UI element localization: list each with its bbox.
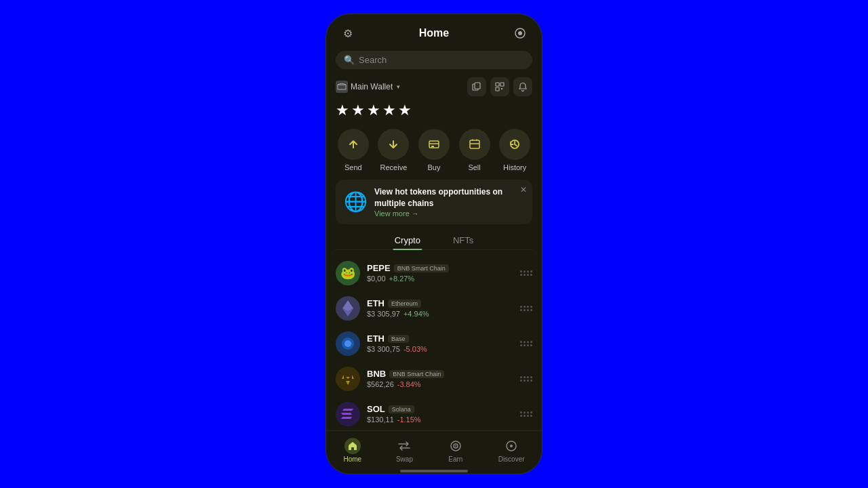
search-icon: 🔍 [344,55,355,65]
eth-ethereum-change: +4.94% [403,310,429,318]
sell-button[interactable]: Sell [459,129,490,171]
nav-earn[interactable]: Earn [439,436,472,464]
buy-icon-circle [418,129,450,160]
sol-menu[interactable] [520,411,532,417]
pepe-chain: BNB Smart Chain [394,264,449,272]
sell-icon-circle [459,129,490,160]
pepe-avatar: 🐸 [336,261,360,285]
eth-base-info: ETH Base $3 300,75 -5.03% [367,333,513,353]
copy-address-button[interactable] [467,77,486,96]
wallet-selector[interactable]: Main Wallet ▾ [336,81,400,93]
token-item-pepe[interactable]: 🐸 PEPE BNB Smart Chain $0,00 +8.27% [333,256,535,291]
history-button[interactable]: History [499,129,530,171]
svg-rect-9 [431,146,434,147]
eth-ethereum-menu[interactable] [520,306,532,311]
pepe-price: $0,00 [367,274,386,283]
page-title: Home [419,27,449,39]
tab-nfts[interactable]: NFTs [437,231,490,249]
discover-icon [503,438,519,454]
eth-ethereum-avatar [336,296,360,321]
receive-button[interactable]: Receive [378,129,409,171]
eth-ethereum-symbol: ETH [367,298,384,308]
nav-discover-label: Discover [498,455,525,463]
send-button[interactable]: Send [338,129,369,171]
home-icon [344,438,361,454]
settings-button[interactable]: ⚙ [338,24,357,43]
search-input[interactable] [359,55,524,65]
svg-rect-4 [496,83,499,86]
pepe-menu[interactable] [520,270,532,276]
svg-rect-10 [470,140,479,148]
token-list: 🐸 PEPE BNB Smart Chain $0,00 +8.27% [326,256,542,430]
eth-base-menu[interactable] [520,341,532,346]
token-item-bnb[interactable]: BNB BNB Smart Chain $562,26 -3.84% [333,361,535,396]
eth-base-chain: Base [388,335,409,343]
buy-button[interactable]: Buy [418,129,450,171]
token-item-sol[interactable]: SOL Solana $130,11 -1.15% [333,396,535,430]
nav-earn-label: Earn [448,455,462,463]
send-icon-circle [338,129,369,160]
banner-emoji: 🌐 [344,190,368,213]
bnb-menu[interactable] [520,376,532,382]
bnb-info: BNB BNB Smart Chain $562,26 -3.84% [367,369,513,388]
search-bar[interactable]: 🔍 [336,51,532,69]
asset-tabs: Crypto NFTs [336,231,532,250]
phone-container: ⚙ Home 🔍 Main Wallet ▾ [326,14,542,474]
eth-base-symbol: ETH [367,333,384,344]
svg-point-12 [344,340,351,347]
token-item-eth-base[interactable]: ETH Base $3 300,75 -5.03% [333,326,535,361]
banner-link[interactable]: View more → [374,209,524,218]
bnb-avatar [336,367,360,391]
wallet-connect-button[interactable] [511,24,530,43]
notifications-button[interactable] [513,77,532,96]
chevron-down-icon: ▾ [397,83,400,90]
history-label: History [503,163,526,171]
sell-label: Sell [468,163,480,171]
wallet-icon [336,81,348,93]
pepe-info: PEPE BNB Smart Chain $0,00 +8.27% [367,263,513,283]
balance-display: ★★★★★ [326,100,542,126]
banner-content: View hot tokens opportunities on multipl… [374,186,524,218]
history-icon-circle [499,129,530,160]
eth-base-price: $3 300,75 [367,345,400,353]
header: ⚙ Home [326,14,542,48]
action-buttons-row: Send Receive Buy [326,126,542,180]
nav-swap-label: Swap [396,455,413,463]
swap-icon [396,438,412,454]
promo-banner: 🌐 View hot tokens opportunities on multi… [336,180,532,224]
buy-label: Buy [428,163,441,171]
svg-point-17 [510,445,513,447]
home-indicator [400,470,468,472]
banner-close-button[interactable]: ✕ [520,185,527,195]
receive-label: Receive [380,163,408,171]
bottom-navigation: Home Swap Earn [326,430,542,467]
bnb-chain: BNB Smart Chain [389,370,444,378]
nav-home-label: Home [343,455,361,463]
receive-icon-circle [378,129,409,160]
eth-ethereum-chain: Ethereum [388,300,421,308]
qr-code-button[interactable] [490,77,509,96]
svg-rect-5 [500,83,504,86]
wallet-actions [467,77,532,96]
nav-home[interactable]: Home [335,436,370,464]
eth-ethereum-price: $3 305,97 [367,310,400,318]
eth-ethereum-info: ETH Ethereum $3 305,97 +4.94% [367,298,513,318]
svg-rect-3 [475,83,480,89]
svg-point-1 [518,31,522,35]
svg-rect-6 [496,87,499,91]
bnb-symbol: BNB [367,369,386,379]
send-label: Send [344,163,362,171]
svg-point-15 [455,445,456,447]
token-item-eth-ethereum[interactable]: ETH Ethereum $3 305,97 +4.94% [333,291,535,326]
bnb-change: -3.84% [397,380,421,388]
eth-base-change: -5.03% [403,345,427,353]
nav-discover[interactable]: Discover [490,436,533,464]
sol-chain: Solana [389,405,414,413]
sol-info: SOL Solana $130,11 -1.15% [367,404,513,424]
wallet-name: Main Wallet [351,82,393,92]
pepe-change: +8.27% [389,274,415,283]
nav-swap[interactable]: Swap [388,436,421,464]
tab-crypto[interactable]: Crypto [378,231,437,249]
sol-change: -1.15% [397,415,421,424]
wallet-section: Main Wallet ▾ [326,75,542,100]
